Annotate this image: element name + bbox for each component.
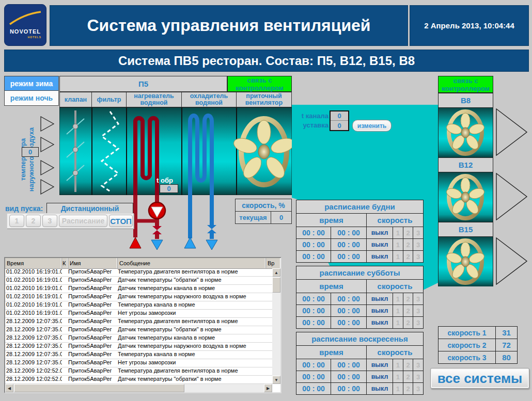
- schedule-time-from[interactable]: 00 : 00: [296, 371, 331, 382]
- outdoor-temp-value: 0: [22, 147, 39, 157]
- log-row[interactable]: 01.02.2010 16:19:01.0 Приток5АварРег Дат…: [5, 277, 272, 285]
- scroll-up-icon[interactable]: ▲: [272, 268, 280, 277]
- speed-3-button[interactable]: 3: [42, 215, 57, 227]
- v-scroll-thumb[interactable]: [272, 277, 280, 293]
- log-col-message[interactable]: Сообщение: [118, 258, 266, 268]
- schedule-state[interactable]: выкл: [367, 305, 393, 316]
- schedule-speed-1[interactable]: 1: [393, 227, 403, 238]
- schedule-time-to[interactable]: 00 : 00: [331, 251, 367, 262]
- speed-preset-value[interactable]: 80: [496, 351, 517, 363]
- schedule-state[interactable]: выкл: [367, 239, 393, 250]
- schedule-speed-1[interactable]: 1: [393, 383, 403, 394]
- exhaust-fan-label: В12: [438, 157, 493, 172]
- schedule-time-to[interactable]: 00 : 00: [331, 317, 367, 328]
- log-horizontal-scrollbar[interactable]: ◀ ▶: [5, 384, 272, 392]
- schedule-speed-2[interactable]: 2: [403, 251, 414, 262]
- log-col-extra[interactable]: Вр: [266, 258, 280, 268]
- change-setpoint-button[interactable]: изменить: [352, 120, 392, 132]
- log-row[interactable]: 01.02.2010 16:19:01.0 Приток5АварРег Дат…: [5, 293, 272, 301]
- schedule-speed-2[interactable]: 2: [403, 359, 414, 371]
- schedule-speed-3[interactable]: 3: [413, 359, 423, 371]
- schedule-speed-1[interactable]: 1: [393, 371, 403, 382]
- schedule-speed-3[interactable]: 3: [413, 251, 423, 262]
- winter-mode-button[interactable]: режим зима: [5, 76, 58, 91]
- schedule-time-to[interactable]: 00 : 00: [331, 359, 367, 371]
- speed-2-button[interactable]: 2: [26, 215, 41, 227]
- log-row[interactable]: 28.12.2009 12:07:35.0 Приток5АварРег Дат…: [5, 326, 272, 334]
- schedule-time-to[interactable]: 00 : 00: [331, 293, 367, 304]
- schedule-time-to[interactable]: 00 : 00: [331, 371, 367, 382]
- schedule-speed-1[interactable]: 1: [393, 305, 403, 316]
- all-systems-button[interactable]: все системы: [430, 368, 529, 389]
- schedule-speed-2[interactable]: 2: [403, 239, 414, 250]
- schedule-table: расписание субботы время скорость 00 : 0…: [296, 266, 424, 329]
- schedule-speed-3[interactable]: 3: [413, 371, 423, 382]
- schedule-time-from[interactable]: 00 : 00: [296, 383, 331, 394]
- schedule-time-to[interactable]: 00 : 00: [331, 239, 367, 250]
- schedule-speed-2[interactable]: 2: [403, 371, 414, 382]
- log-cell-message: Температура двигателя вентилятора в норм…: [118, 318, 272, 326]
- schedule-time-from[interactable]: 00 : 00: [296, 293, 331, 304]
- schedule-state[interactable]: выкл: [367, 317, 393, 328]
- log-vertical-scrollbar[interactable]: ▲ ▼: [272, 268, 280, 384]
- schedule-state[interactable]: выкл: [367, 293, 393, 304]
- scroll-down-icon[interactable]: ▼: [272, 376, 280, 384]
- log-row[interactable]: 28.12.2009 12:07:35.0 Приток5АварРег Дат…: [5, 334, 272, 343]
- log-row[interactable]: 01.02.2010 16:19:01.0 Приток5АварРег Тем…: [5, 268, 272, 277]
- log-col-k[interactable]: К: [62, 258, 68, 268]
- schedule-state[interactable]: выкл: [367, 227, 393, 238]
- log-row[interactable]: 01.02.2010 16:19:01.0 Приток5АварРег Тем…: [5, 301, 272, 310]
- log-col-name[interactable]: Имя: [68, 258, 118, 268]
- schedule-time-from[interactable]: 00 : 00: [296, 227, 331, 238]
- log-row[interactable]: 28.12.2009 12:07:35.0 Приток5АварРег Тем…: [5, 351, 272, 359]
- log-row[interactable]: 28.12.2009 12:07:35.0 Приток5АварРег Дат…: [5, 343, 272, 351]
- schedule-state[interactable]: выкл: [367, 251, 393, 262]
- schedule-speed-3[interactable]: 3: [413, 239, 423, 250]
- h-scroll-thumb[interactable]: [14, 384, 184, 392]
- schedule-time-to[interactable]: 00 : 00: [331, 383, 367, 394]
- log-row[interactable]: 28.12.2009 12:02:52.0 Приток5АварРег Дат…: [5, 376, 272, 384]
- log-row[interactable]: 28.12.2009 12:07:35.0 Приток5АварРег Нет…: [5, 359, 272, 367]
- speed-preset-value[interactable]: 72: [496, 339, 517, 351]
- log-row[interactable]: 28.12.2009 12:07:35.0 Приток5АварРег Тем…: [5, 318, 272, 326]
- schedule-speed-3[interactable]: 3: [413, 317, 423, 328]
- schedule-speed-1[interactable]: 1: [393, 317, 403, 328]
- log-col-time[interactable]: Время: [5, 258, 62, 268]
- log-row[interactable]: 01.02.2010 16:19:01.0 Приток5АварРег Нет…: [5, 310, 272, 318]
- schedule-speed-1[interactable]: 1: [393, 359, 403, 371]
- schedule-speed-3[interactable]: 3: [413, 383, 423, 394]
- speed-1-button[interactable]: 1: [9, 215, 24, 227]
- schedule-time-from[interactable]: 00 : 00: [296, 305, 331, 316]
- schedule-speed-1[interactable]: 1: [393, 251, 403, 262]
- schedule-time-from[interactable]: 00 : 00: [296, 251, 331, 262]
- airflow-arrow-icon: [41, 161, 54, 175]
- speed-preset-value[interactable]: 31: [496, 327, 517, 339]
- schedule-time-from[interactable]: 00 : 00: [296, 239, 331, 250]
- schedule-speed-2[interactable]: 2: [403, 383, 414, 394]
- schedule-time-to[interactable]: 00 : 00: [331, 305, 367, 316]
- schedule-state[interactable]: выкл: [367, 371, 393, 382]
- schedule-speed-2[interactable]: 2: [403, 305, 414, 316]
- schedule-speed-1[interactable]: 1: [393, 293, 403, 304]
- schedule-state[interactable]: выкл: [367, 383, 393, 394]
- log-cell-message: Температура канала в норме: [118, 351, 272, 359]
- schedule-speed-3[interactable]: 3: [413, 227, 423, 238]
- scroll-right-icon[interactable]: ▶: [264, 384, 272, 392]
- schedule-mode-button[interactable]: Расписание: [59, 215, 107, 227]
- schedule-speed-2[interactable]: 2: [403, 317, 414, 328]
- schedule-time-to[interactable]: 00 : 00: [331, 227, 367, 238]
- scroll-left-icon[interactable]: ◀: [5, 384, 13, 392]
- log-row[interactable]: 28.12.2009 12:02:52.0 Приток5АварРег Тем…: [5, 367, 272, 376]
- schedule-time-from[interactable]: 00 : 00: [296, 317, 331, 328]
- stop-button[interactable]: СТОП: [109, 215, 133, 227]
- schedule-time-from[interactable]: 00 : 00: [296, 359, 331, 371]
- schedule-speed-1[interactable]: 1: [393, 239, 403, 250]
- schedule-state[interactable]: выкл: [367, 359, 393, 371]
- schedule-speed-2[interactable]: 2: [403, 293, 414, 304]
- log-row[interactable]: 01.02.2010 16:19:01.0 Приток5АварРег Дат…: [5, 285, 272, 293]
- schedule-speed-3[interactable]: 3: [413, 293, 423, 304]
- schedule-speed-2[interactable]: 2: [403, 227, 414, 238]
- t-return-label: t обр: [157, 177, 173, 184]
- night-mode-button[interactable]: режим ночь: [5, 91, 58, 105]
- schedule-speed-3[interactable]: 3: [413, 305, 423, 316]
